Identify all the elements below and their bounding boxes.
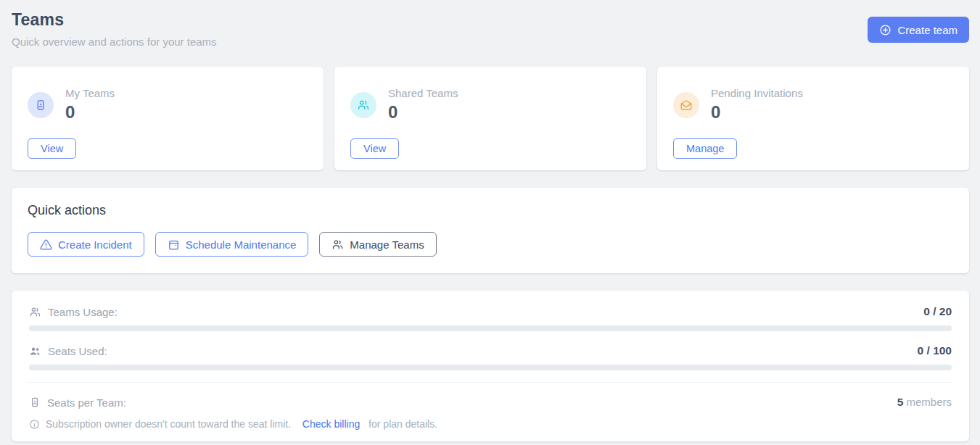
stat-label: My Teams (65, 87, 115, 99)
usage-panel: Teams Usage: 0 / 20 Seats Used: 0 / 100 (12, 291, 969, 441)
users-icon (332, 238, 344, 251)
stat-card-pending-invitations: Pending Invitations 0 Manage (657, 67, 969, 170)
seats-per-team-row: Seats per Team: 5 members (29, 396, 952, 409)
page-header: Teams Quick overview and actions for you… (12, 10, 969, 48)
users-outline-icon (29, 306, 41, 318)
stat-cards-row: My Teams 0 View Shared Teams (12, 67, 969, 170)
quick-actions-panel: Quick actions Create Incident (12, 188, 969, 273)
seats-per-team-label: Seats per Team: (47, 396, 126, 409)
stat-label: Shared Teams (388, 87, 458, 99)
seat-limit-note: Subscription owner doesn't count toward … (29, 418, 952, 430)
teams-usage-row: Teams Usage: 0 / 20 (29, 305, 952, 318)
quick-actions-buttons: Create Incident Schedule Maintenance (28, 232, 953, 257)
schedule-maintenance-button[interactable]: Schedule Maintenance (155, 232, 309, 257)
note-text-before: Subscription owner doesn't count toward … (46, 418, 297, 430)
usage-divider (29, 382, 952, 383)
stat-value: 0 (388, 102, 458, 122)
contact-badge-icon (28, 92, 54, 118)
info-circle-icon (29, 419, 40, 430)
create-team-button[interactable]: Create team (868, 17, 969, 43)
stat-card-shared-teams: Shared Teams 0 View (334, 67, 646, 170)
manage-teams-label: Manage Teams (350, 238, 424, 251)
create-team-button-label: Create team (897, 24, 958, 36)
manage-invitations-button[interactable]: Manage (673, 138, 737, 159)
teams-usage-label: Teams Usage: (48, 306, 118, 318)
stat-card-my-teams: My Teams 0 View (12, 67, 324, 170)
manage-teams-button[interactable]: Manage Teams (319, 232, 436, 257)
create-incident-button[interactable]: Create Incident (28, 232, 144, 257)
check-billing-link[interactable]: Check billing (302, 418, 360, 430)
teams-page: Teams Quick overview and actions for you… (0, 0, 980, 441)
teams-usage-progressbar (29, 325, 952, 331)
seats-per-team-value: 5 members (897, 396, 952, 409)
quick-actions-title: Quick actions (28, 203, 953, 218)
stat-value: 0 (65, 102, 115, 122)
seats-used-row: Seats Used: 0 / 100 (29, 344, 952, 357)
users-filled-icon (29, 345, 41, 357)
mail-open-icon (673, 92, 699, 118)
seats-used-progressbar (29, 365, 952, 370)
stat-label: Pending Invitations (711, 87, 803, 99)
seats-used-value: 0 / 100 (918, 344, 952, 357)
note-text-after: for plan details. (366, 418, 437, 430)
seats-used-label: Seats Used: (48, 345, 107, 357)
users-icon (350, 92, 376, 118)
alert-triangle-icon (40, 238, 52, 251)
page-subtitle: Quick overview and actions for your team… (12, 36, 217, 48)
schedule-maintenance-label: Schedule Maintenance (186, 238, 297, 251)
view-my-teams-button[interactable]: View (28, 138, 76, 159)
teams-usage-value: 0 / 20 (923, 305, 952, 318)
plus-circle-icon (879, 24, 892, 36)
create-incident-label: Create Incident (58, 238, 132, 251)
page-title: Teams (12, 10, 217, 30)
calendar-icon (168, 238, 180, 251)
page-header-text: Teams Quick overview and actions for you… (12, 10, 217, 48)
view-shared-teams-button[interactable]: View (350, 138, 399, 159)
contact-badge-icon (29, 396, 41, 408)
stat-value: 0 (711, 102, 803, 122)
